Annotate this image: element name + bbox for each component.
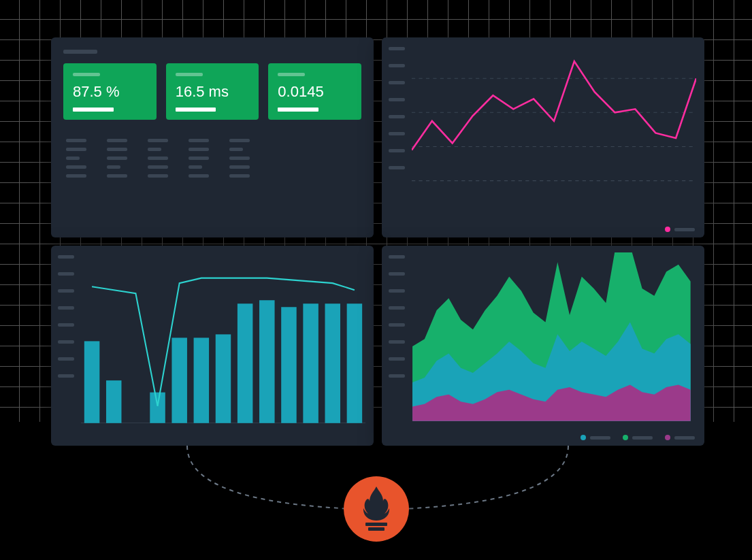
legend-swatch — [665, 227, 670, 232]
stat-label-placeholder — [176, 73, 203, 76]
y-axis-ticks — [389, 47, 405, 169]
legend-item — [665, 435, 695, 440]
stat-value: 87.5 % — [73, 83, 147, 101]
stat-label-placeholder — [278, 73, 305, 76]
svg-rect-19 — [368, 527, 385, 531]
flame-icon — [356, 485, 397, 533]
stat-bar — [176, 108, 216, 112]
stat-bar — [278, 108, 318, 112]
panel-area-chart — [382, 246, 704, 446]
legend-item — [665, 227, 695, 232]
dashboard-grid: 87.5 % 16.5 ms 0.0145 — [51, 37, 704, 446]
legend-swatch — [665, 435, 670, 440]
stat-table-placeholder — [63, 133, 361, 183]
legend-swatch — [623, 435, 628, 440]
legend-label-placeholder — [674, 436, 695, 440]
stat-label-placeholder — [73, 73, 100, 76]
legend-item — [581, 435, 610, 440]
svg-rect-6 — [106, 380, 122, 423]
stat-value: 0.0145 — [278, 83, 352, 101]
prometheus-logo-icon — [344, 476, 409, 542]
svg-rect-10 — [194, 337, 210, 423]
bar-chart-svg — [81, 252, 365, 423]
panel-stats: 87.5 % 16.5 ms 0.0145 — [51, 37, 374, 237]
stat-card-2: 16.5 ms — [166, 63, 259, 120]
svg-rect-12 — [238, 303, 253, 423]
panel-bar-chart — [51, 246, 374, 446]
svg-rect-16 — [325, 303, 341, 423]
stat-cards-row: 87.5 % 16.5 ms 0.0145 — [63, 63, 361, 120]
svg-rect-13 — [259, 300, 275, 423]
line-chart-svg — [412, 44, 696, 215]
legend — [581, 435, 695, 440]
legend-label-placeholder — [590, 436, 610, 440]
panel-title-placeholder — [63, 50, 97, 54]
legend — [665, 227, 695, 232]
stat-value: 16.5 ms — [176, 83, 250, 101]
legend-item — [623, 435, 653, 440]
legend-swatch — [581, 435, 586, 440]
svg-rect-14 — [281, 307, 297, 423]
area-chart-svg — [389, 252, 698, 421]
legend-label-placeholder — [674, 228, 695, 231]
svg-rect-9 — [171, 337, 187, 423]
svg-rect-17 — [347, 303, 363, 423]
stat-card-3: 0.0145 — [268, 63, 361, 120]
panel-line-chart — [382, 37, 704, 237]
legend-label-placeholder — [632, 436, 653, 440]
svg-rect-8 — [150, 393, 165, 423]
svg-rect-18 — [365, 523, 387, 526]
stat-card-1: 87.5 % — [63, 63, 157, 120]
stat-bar — [73, 108, 114, 112]
svg-rect-15 — [303, 303, 318, 423]
y-axis-ticks — [58, 255, 74, 378]
svg-rect-5 — [84, 341, 100, 423]
svg-rect-11 — [216, 334, 231, 423]
